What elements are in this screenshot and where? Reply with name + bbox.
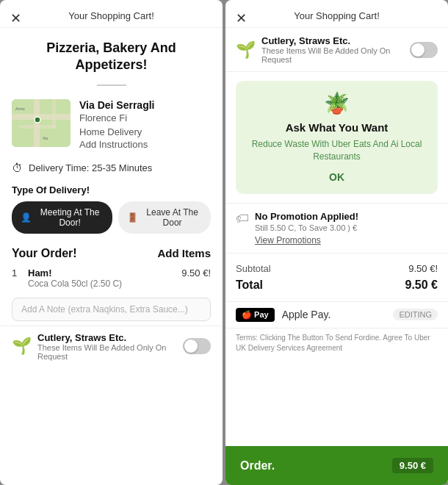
- map-thumbnail: Arno Via: [12, 99, 71, 147]
- left-cutlery-sub: These Items Will Be Added Only On Reques…: [37, 343, 177, 361]
- person-icon: 👤: [21, 212, 32, 223]
- total-row: Total 9.50 €: [236, 276, 438, 294]
- terms-text: Terms: Clicking The Button To Send Fordi…: [225, 328, 448, 358]
- svg-point-5: [35, 117, 40, 123]
- promo-title: No Promotion Applied!: [255, 211, 438, 222]
- payment-label: Apple Pay.: [282, 309, 386, 320]
- right-cutlery-toggle[interactable]: [410, 42, 438, 58]
- right-cutlery-row: 🌱 Cutlery, Straws Etc. These Items Will …: [225, 28, 448, 72]
- screens-container: ✕ Your Shopping Cart! Pizzeria, Bakery A…: [0, 0, 448, 485]
- left-header: ✕ Your Shopping Cart!: [0, 0, 223, 28]
- left-cutlery-info: Cutlery, Straws Etc. These Items Will Be…: [37, 332, 177, 361]
- ask-title: Ask What You Want: [248, 121, 426, 134]
- ok-button[interactable]: OK: [329, 171, 344, 183]
- left-cutlery-row: 🌱 Cutlery, Straws Etc. These Items Will …: [0, 326, 223, 367]
- delivery-time-label: Delivery Time: 25-35 Minutes: [29, 162, 152, 173]
- order-item-row: 1 Ham! Coca Cola 50cl (2.50 C) 9.50 €!: [0, 263, 223, 293]
- svg-rect-1: [12, 114, 71, 120]
- subtotal-row: Subtotal 9.50 €!: [236, 261, 438, 276]
- right-toggle-knob: [411, 43, 424, 57]
- promotion-icon: 🏷: [236, 211, 249, 226]
- right-close-button[interactable]: ✕: [236, 10, 247, 26]
- plant-pot-icon: 🪴: [248, 91, 426, 115]
- promo-sub: Still 5.50 C, To Save 3.00 ) €: [255, 223, 438, 232]
- left-screen: ✕ Your Shopping Cart! Pizzeria, Bakery A…: [0, 0, 223, 485]
- door-icon: 🚪: [127, 212, 138, 223]
- view-promotions-link[interactable]: View Promotions: [255, 235, 438, 245]
- subtotal-label: Subtotal: [236, 263, 271, 274]
- totals-section: Subtotal 9.50 €! Total 9.50 €: [225, 254, 448, 301]
- left-close-button[interactable]: ✕: [10, 10, 21, 26]
- your-order-label: Your Order!: [12, 247, 77, 260]
- meeting-at-door-button[interactable]: 👤 Meeting At The Door!: [12, 201, 112, 234]
- address-city: Florence Fi: [79, 112, 211, 123]
- right-cutlery-icon: 🌱: [236, 40, 256, 60]
- clock-icon: ⏱: [12, 162, 23, 174]
- restaurant-title: Pizzeria, Bakery And Appetizers!: [0, 28, 223, 77]
- item-sub: Coca Cola 50cl (2.50 C): [28, 279, 176, 289]
- payment-edit[interactable]: EDITING: [393, 309, 438, 320]
- left-cutlery-toggle[interactable]: [183, 338, 211, 354]
- order-button-price: 9.50 €: [392, 458, 433, 473]
- svg-text:Arno: Arno: [15, 107, 25, 111]
- left-cutlery-icon: 🌱: [12, 337, 32, 356]
- item-name: Ham!: [28, 267, 176, 279]
- map-address-row: Arno Via Via Dei Serragli Florence Fi Ho…: [0, 93, 223, 156]
- order-button-label: Order.: [240, 459, 275, 473]
- right-screen-title: Your Shopping Cart!: [294, 10, 380, 21]
- delivery-time-row: ⏱ Delivery Time: 25-35 Minutes: [0, 156, 223, 180]
- left-cutlery-title: Cutlery, Straws Etc.: [37, 332, 177, 343]
- add-instructions-link[interactable]: Add Instructions: [79, 139, 211, 150]
- map-roads-svg: Arno Via: [12, 99, 71, 147]
- svg-text:Via: Via: [43, 136, 48, 140]
- ask-what-you-want-box: 🪴 Ask What You Want Reduce Waste With Ub…: [236, 81, 438, 194]
- your-order-header: Your Order! Add Items: [0, 240, 223, 263]
- address-block: Via Dei Serragli Florence Fi Home Delive…: [79, 99, 211, 150]
- right-header: ✕ Your Shopping Cart!: [225, 0, 448, 28]
- subtotal-value: 9.50 €!: [408, 263, 438, 274]
- home-delivery: Home Delivery: [79, 126, 211, 137]
- left-screen-title: Your Shopping Cart!: [68, 10, 154, 21]
- right-screen: ✕ Your Shopping Cart! 🌱 Cutlery, Straws …: [225, 0, 448, 485]
- delivery-buttons: 👤 Meeting At The Door! 🚪 Leave At The Do…: [0, 198, 223, 240]
- order-button[interactable]: Order. 9.50 €: [225, 446, 448, 485]
- right-cutlery-sub: These Items Will Be Added Only On Reques…: [261, 46, 404, 64]
- meeting-door-label: Meeting At The Door!: [36, 207, 104, 228]
- right-cutlery-info: Cutlery, Straws Etc. These Items Will Be…: [261, 35, 404, 64]
- apple-pay-icon: 🍎 Pay: [236, 308, 275, 322]
- toggle-knob: [184, 340, 198, 353]
- address-street: Via Dei Serragli: [79, 99, 211, 111]
- item-qty: 1: [12, 267, 22, 279]
- delivery-type-label: Type Of Delivery!: [0, 180, 223, 198]
- divider: [97, 85, 126, 86]
- promo-info: No Promotion Applied! Still 5.50 C, To S…: [255, 211, 438, 245]
- item-price: 9.50 €!: [181, 267, 211, 279]
- item-details: Ham! Coca Cola 50cl (2.50 C): [28, 267, 176, 289]
- promotion-row: 🏷 No Promotion Applied! Still 5.50 C, To…: [225, 203, 448, 254]
- left-content: Pizzeria, Bakery And Appetizers! Arno: [0, 28, 223, 485]
- total-label: Total: [236, 279, 263, 292]
- svg-rect-4: [52, 99, 56, 129]
- leave-door-label: Leave At The Door: [142, 207, 202, 228]
- ask-description: Reduce Waste With Uber Eats And Ai Local…: [248, 138, 426, 163]
- leave-at-door-button[interactable]: 🚪 Leave At The Door: [118, 201, 211, 234]
- payment-row: 🍎 Pay Apple Pay. EDITING: [225, 301, 448, 328]
- total-value: 9.50 €: [405, 279, 438, 292]
- add-items-button[interactable]: Add Items: [157, 247, 211, 259]
- svg-rect-3: [19, 125, 56, 129]
- map-background: Arno Via: [12, 99, 71, 147]
- add-note-field[interactable]: Add A Note (extra Naqkins, Extra Sauce..…: [12, 298, 211, 321]
- right-cutlery-title: Cutlery, Straws Etc.: [261, 35, 404, 46]
- right-content: 🌱 Cutlery, Straws Etc. These Items Will …: [225, 28, 448, 446]
